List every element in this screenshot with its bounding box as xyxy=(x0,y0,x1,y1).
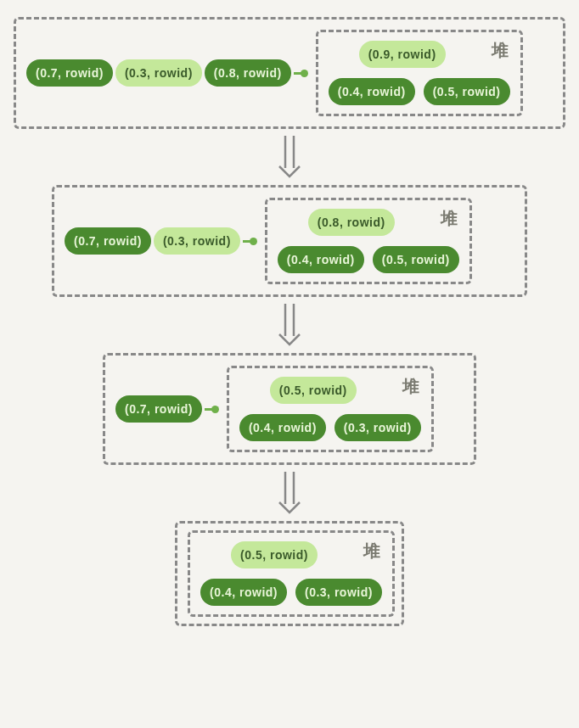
queue-item: (0.7, rowid) xyxy=(65,227,151,255)
step-2-heap: 堆 (0.8, rowid) (0.4, rowid) (0.5, rowid) xyxy=(265,198,472,284)
queue-item: (0.8, rowid) xyxy=(205,59,291,87)
arrow-icon xyxy=(277,136,302,178)
queue-item: (0.7, rowid) xyxy=(26,59,113,87)
heap-bottom-item: (0.4, rowid) xyxy=(239,414,326,441)
step-3-heap: 堆 (0.5, rowid) (0.4, rowid) (0.3, rowid) xyxy=(227,366,434,452)
heap-top-item: (0.5, rowid) xyxy=(231,541,318,568)
step-2-queue: (0.7, rowid) (0.3, rowid) xyxy=(65,227,255,255)
heap-bottom-item: (0.4, rowid) xyxy=(278,246,364,273)
heap-bottom-item: (0.4, rowid) xyxy=(329,78,415,105)
step-1-heap: 堆 (0.9, rowid) (0.4, rowid) (0.5, rowid) xyxy=(316,30,523,116)
step-3-queue: (0.7, rowid) xyxy=(115,395,216,423)
heap-bottom-item: (0.4, rowid) xyxy=(200,579,287,606)
step-2-outer: (0.7, rowid) (0.3, rowid) 堆 (0.8, rowid)… xyxy=(52,185,527,297)
connector-icon xyxy=(294,72,306,75)
heap-bottom-item: (0.5, rowid) xyxy=(373,246,459,273)
queue-item: (0.3, rowid) xyxy=(115,59,202,87)
heap-bottom-item: (0.3, rowid) xyxy=(295,579,382,606)
heap-label: 堆 xyxy=(363,540,380,563)
step-1-outer: (0.7, rowid) (0.3, rowid) (0.8, rowid) 堆… xyxy=(14,17,565,129)
queue-item: (0.3, rowid) xyxy=(154,227,240,255)
heap-top-item: (0.5, rowid) xyxy=(270,377,357,404)
heap-top-item: (0.8, rowid) xyxy=(308,209,395,236)
diagram-container: (0.7, rowid) (0.3, rowid) (0.8, rowid) 堆… xyxy=(17,17,562,626)
step-4-heap: 堆 (0.5, rowid) (0.4, rowid) (0.3, rowid) xyxy=(188,530,395,617)
step-4-outer: 堆 (0.5, rowid) (0.4, rowid) (0.3, rowid) xyxy=(175,521,404,626)
queue-item: (0.7, rowid) xyxy=(115,395,202,423)
arrow-icon xyxy=(277,304,302,346)
heap-top-item: (0.9, rowid) xyxy=(359,41,446,68)
arrow-icon xyxy=(277,472,302,514)
connector-icon xyxy=(243,240,255,243)
heap-bottom-item: (0.5, rowid) xyxy=(424,78,510,105)
step-1-queue: (0.7, rowid) (0.3, rowid) (0.8, rowid) xyxy=(26,59,306,87)
heap-label: 堆 xyxy=(492,39,509,62)
heap-bottom-item: (0.3, rowid) xyxy=(334,414,421,441)
connector-icon xyxy=(205,408,216,411)
heap-label: 堆 xyxy=(402,375,419,398)
heap-label: 堆 xyxy=(441,207,458,230)
step-3-outer: (0.7, rowid) 堆 (0.5, rowid) (0.4, rowid)… xyxy=(103,353,476,465)
